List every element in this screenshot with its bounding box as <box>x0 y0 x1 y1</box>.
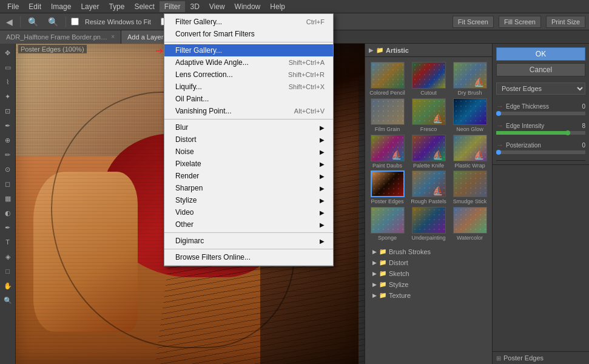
tab-halftone[interactable]: ADR_Halftone Frame Border.png @ 16.7% (.… <box>0 30 121 44</box>
tool-healing[interactable]: ⊕ <box>1 133 15 147</box>
zoom-out-icon[interactable]: 🔍 <box>25 16 41 28</box>
menu-item-liquify[interactable]: Liquify... Shift+Ctrl+X <box>164 81 333 93</box>
filter-watercolor[interactable]: Watercolor <box>450 207 490 241</box>
ok-button[interactable]: OK <box>496 47 585 61</box>
menu-layer[interactable]: Layer <box>76 1 104 12</box>
filter-sponge-thumb <box>371 207 405 234</box>
menu-item-other[interactable]: Other ▶ <box>164 218 333 231</box>
tool-hand[interactable]: ✋ <box>1 279 15 292</box>
filter-cat-distort[interactable]: ▶ 📁 Distort <box>368 257 490 268</box>
filter-cutout[interactable]: Cutout <box>409 62 448 96</box>
tool-magic-wand[interactable]: ✦ <box>1 90 15 103</box>
resize-windows-label: Resize Windows to Fit <box>85 18 151 25</box>
filter-colored-pencil[interactable]: Colored Pencil <box>368 62 407 96</box>
filter-film-grain-label: Film Grain <box>375 126 400 133</box>
posterization-thumb[interactable] <box>496 150 501 155</box>
tool-move[interactable]: ✥ <box>1 46 15 59</box>
filter-cat-stylize[interactable]: ▶ 📁 Stylize <box>368 279 490 290</box>
menu-item-render[interactable]: Render ▶ <box>164 170 333 182</box>
filter-sponge[interactable]: Sponge <box>368 207 407 241</box>
effect-select[interactable]: Poster Edges <box>496 83 585 95</box>
filter-film-grain-thumb <box>371 98 405 125</box>
filter-cat-sketch[interactable]: ▶ 📁 Sketch <box>368 268 490 279</box>
filter-fresco[interactable]: Fresco <box>409 98 448 133</box>
filter-smudge-stick[interactable]: Smudge Stick <box>450 170 490 205</box>
print-size-button[interactable]: Print Size <box>546 16 585 28</box>
zoom-in-icon[interactable]: 🔍 <box>45 16 61 28</box>
filter-gallery-panel: ▶ 📁 Artistic Colored Pencil Cutout <box>365 44 492 364</box>
tool-crop[interactable]: ⊡ <box>1 104 15 118</box>
back-icon[interactable]: ◀ <box>4 16 15 28</box>
menu-3d[interactable]: 3D <box>185 1 204 12</box>
filter-cutout-label: Cutout <box>420 90 437 96</box>
filter-poster-edges-thumb: ➔ <box>371 170 405 197</box>
filter-film-grain[interactable]: Film Grain <box>368 98 407 133</box>
tool-clone[interactable]: ⊙ <box>1 163 15 176</box>
menu-type[interactable]: Type <box>104 1 129 12</box>
filter-dropdown-menu[interactable]: Filter Gallery... Ctrl+F Convert for Sma… <box>164 13 334 266</box>
menu-item-stylize[interactable]: Stylize ▶ <box>164 194 333 206</box>
menu-window[interactable]: Window <box>230 1 266 12</box>
menu-item-vanishing-point[interactable]: Vanishing Point... Alt+Ctrl+V <box>164 105 333 117</box>
edge-thickness-arrow: → <box>496 102 503 110</box>
tool-eyedropper[interactable]: ✒ <box>1 119 15 132</box>
menu-edit[interactable]: Edit <box>24 1 46 12</box>
menu-item-pixelate[interactable]: Pixelate ▶ <box>164 158 333 170</box>
filter-plastic-wrap[interactable]: Plastic Wrap <box>450 135 490 169</box>
resize-windows-checkbox[interactable] <box>71 18 79 25</box>
menu-item-lens-correction[interactable]: Lens Correction... Shift+Ctrl+R <box>164 69 333 81</box>
tab-halftone-close[interactable]: × <box>111 33 115 40</box>
tool-select-rect[interactable]: ▭ <box>1 61 15 74</box>
filter-palette-knife[interactable]: Palette Knife <box>409 135 448 169</box>
menu-image[interactable]: Image <box>46 1 76 12</box>
tool-eraser[interactable]: ◻ <box>1 177 15 190</box>
menu-item-digimarc[interactable]: Digimarc ▶ <box>164 235 333 247</box>
menu-view[interactable]: View <box>204 1 230 12</box>
tool-path-select[interactable]: ◈ <box>1 250 15 263</box>
tool-pen[interactable]: ✒ <box>1 221 15 234</box>
separator-1 <box>20 16 21 27</box>
cancel-button[interactable]: Cancel <box>496 63 585 76</box>
filter-scroll[interactable]: Colored Pencil Cutout Dry Brush <box>365 57 492 364</box>
tool-zoom[interactable]: 🔍 <box>1 294 15 307</box>
menu-item-video[interactable]: Video ▶ <box>164 206 333 218</box>
tool-dodge[interactable]: ◐ <box>1 206 15 220</box>
filter-dry-brush[interactable]: Dry Brush <box>450 62 490 96</box>
menu-filter[interactable]: Filter <box>160 1 186 12</box>
effect-layer[interactable]: ⊞ Poster Edges <box>493 351 589 364</box>
fill-screen-button[interactable]: Fill Screen <box>499 16 541 28</box>
filter-poster-edges[interactable]: ➔ Poster Edges <box>368 170 407 205</box>
filter-cat-brush-strokes[interactable]: ▶ 📁 Brush Strokes <box>368 246 490 257</box>
tool-gradient[interactable]: ▦ <box>1 192 15 205</box>
fit-screen-button[interactable]: Fit Screen <box>453 16 494 28</box>
filter-neon-glow[interactable]: Neon Glow <box>450 98 490 133</box>
filter-underpainting[interactable]: Underpainting <box>409 207 448 241</box>
menu-item-sharpen[interactable]: Sharpen ▶ <box>164 182 333 194</box>
menu-item-blur[interactable]: Blur ▶ <box>164 121 333 133</box>
menu-item-noise[interactable]: Noise ▶ <box>164 146 333 158</box>
menu-item-oil-paint[interactable]: Oil Paint... <box>164 93 333 105</box>
filter-cat-texture[interactable]: ▶ 📁 Texture <box>368 290 490 301</box>
menu-item-browse-online[interactable]: Browse Filters Online... <box>164 251 333 263</box>
menu-select[interactable]: Select <box>129 1 159 12</box>
filter-palette-knife-thumb <box>412 135 446 161</box>
edge-intensity-thumb[interactable] <box>565 130 570 135</box>
menu-item-filter-gallery-top[interactable]: Filter Gallery... Ctrl+F <box>164 16 333 28</box>
edge-intensity-label: → Edge Intensity 8 <box>496 121 585 130</box>
tool-shape[interactable]: □ <box>1 265 15 278</box>
tool-brush[interactable]: ✏ <box>1 148 15 161</box>
edge-thickness-thumb[interactable] <box>496 111 501 116</box>
menu-item-adaptive-wide[interactable]: Adaptive Wide Angle... Shift+Ctrl+A <box>164 56 333 69</box>
filter-gallery-toggle[interactable]: ▶ <box>369 47 374 53</box>
menu-item-distort[interactable]: Distort ▶ <box>164 133 333 146</box>
tool-lasso[interactable]: ⌇ <box>1 75 15 89</box>
filter-rough-pastels[interactable]: Rough Pastels <box>409 170 448 205</box>
menu-help[interactable]: Help <box>265 1 290 12</box>
filter-paint-daubs[interactable]: Paint Daubs <box>368 135 407 169</box>
menu-item-filter-gallery-main[interactable]: ➔ Filter Gallery... <box>164 44 333 56</box>
menu-item-convert-smart[interactable]: Convert for Smart Filters <box>164 28 333 40</box>
controls-top: OK Cancel Poster Edges → Edge Thickness … <box>493 44 589 165</box>
filter-palette-knife-label: Palette Knife <box>413 163 444 169</box>
tool-type[interactable]: T <box>1 235 15 249</box>
menu-file[interactable]: File <box>2 1 24 12</box>
